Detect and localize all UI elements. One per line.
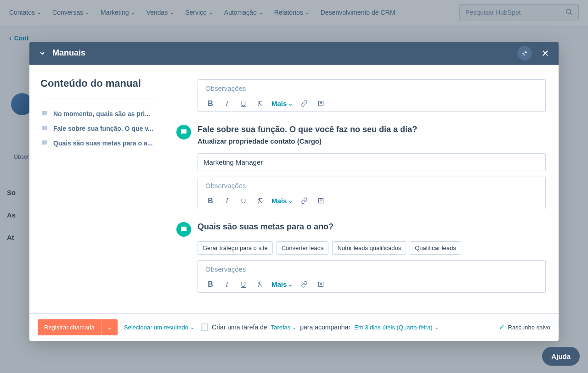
rich-text-toolbar: B I U Mais	[198, 278, 545, 292]
snippet-button[interactable]	[316, 100, 326, 107]
underline-button[interactable]: U	[238, 100, 249, 107]
link-button[interactable]	[299, 100, 309, 107]
question-subtitle: Atualizar propriedade contato (Cargo)	[198, 137, 546, 145]
snippet-button[interactable]	[316, 281, 326, 288]
more-button[interactable]: Mais	[271, 100, 293, 107]
observations-field-2[interactable]: Observações B I U Mais	[198, 177, 546, 209]
question-icon	[176, 125, 191, 139]
snippet-button[interactable]	[316, 197, 326, 204]
bold-button[interactable]: B	[205, 197, 215, 205]
toc-item-3[interactable]: Quais são suas metas para o a...	[40, 136, 156, 150]
question-block-3: Quais são suas metas para o ano? Gerar t…	[176, 222, 546, 293]
draft-saved-status: ✓ Rascunho salvo	[498, 322, 551, 332]
register-dropdown[interactable]: ⌄	[101, 319, 118, 335]
divider	[40, 99, 156, 99]
clear-format-button[interactable]	[255, 197, 265, 205]
modal-footer: Registrar chamada ⌄ Selecionar um result…	[29, 313, 559, 341]
italic-button[interactable]: I	[222, 280, 232, 289]
italic-button[interactable]: I	[222, 100, 232, 108]
playbook-modal: Manuais Conteúdo do manual No momento, q…	[29, 42, 559, 341]
toc-label: Fale sobre sua função. O que v...	[53, 125, 153, 132]
goal-tag-3[interactable]: Nutrir leads qualificados	[332, 241, 406, 255]
clear-format-button[interactable]	[255, 100, 265, 107]
task-label-2: para acompanhar	[300, 323, 351, 331]
modal-title: Manuais	[52, 48, 85, 58]
task-type-dropdown[interactable]: Tarefas	[271, 324, 297, 331]
rich-text-toolbar: B I U Mais	[198, 97, 545, 111]
obs-placeholder: Observações	[198, 177, 545, 194]
due-date-dropdown[interactable]: Em 3 dias úteis (Quarta-feira)	[354, 324, 439, 331]
goal-tag-1[interactable]: Gerar tráfego para o site	[198, 241, 273, 255]
modal-sidebar: Conteúdo do manual No momento, quais são…	[29, 65, 167, 313]
modal-main: Observações B I U Mais	[167, 65, 559, 313]
toc-item-2[interactable]: Fale sobre sua função. O que v...	[40, 121, 156, 136]
close-icon[interactable]	[541, 49, 549, 57]
collapse-icon[interactable]	[517, 46, 532, 61]
bold-button[interactable]: B	[205, 280, 215, 289]
help-button[interactable]: Ajuda	[542, 347, 580, 366]
toc-label: Quais são suas metas para o a...	[53, 139, 153, 147]
observations-field-3[interactable]: Observações B I U Mais	[198, 260, 546, 293]
cargo-input[interactable]	[198, 153, 546, 171]
chat-icon	[40, 110, 49, 118]
observations-field-1[interactable]: Observações B I U Mais	[198, 79, 546, 112]
question-block-2: Fale sobre sua função. O que você faz no…	[176, 125, 546, 209]
obs-placeholder: Observações	[198, 80, 545, 97]
question-title: Fale sobre sua função. O que você faz no…	[198, 125, 546, 134]
goal-tag-4[interactable]: Qualificar leads	[410, 241, 461, 255]
register-label: Registrar chamada	[38, 319, 101, 335]
toc-item-1[interactable]: No momento, quais são as pri...	[40, 106, 156, 121]
question-title: Quais são suas metas para o ano?	[198, 222, 546, 232]
obs-placeholder: Observações	[198, 261, 545, 278]
underline-button[interactable]: U	[238, 197, 249, 205]
more-button[interactable]: Mais	[271, 280, 293, 288]
modal-header: Manuais	[29, 42, 559, 65]
select-result-dropdown[interactable]: Selecionar um resultado	[124, 324, 194, 331]
question-icon	[176, 222, 191, 237]
more-button[interactable]: Mais	[271, 197, 293, 205]
sidebar-title: Conteúdo do manual	[40, 78, 156, 89]
register-call-button[interactable]: Registrar chamada ⌄	[38, 319, 118, 335]
link-button[interactable]	[299, 281, 309, 288]
toc-label: No momento, quais são as pri...	[53, 110, 150, 117]
task-label-1: Criar uma tarefa de	[212, 323, 267, 331]
underline-button[interactable]: U	[238, 280, 249, 288]
link-button[interactable]	[299, 197, 309, 204]
goal-tag-2[interactable]: Converter leads	[277, 241, 329, 255]
chevron-down-icon[interactable]	[39, 50, 46, 57]
modal-backdrop: Manuais Conteúdo do manual No momento, q…	[0, 0, 588, 373]
bold-button[interactable]: B	[205, 100, 215, 108]
rich-text-toolbar: B I U Mais	[198, 194, 545, 209]
italic-button[interactable]: I	[222, 197, 232, 205]
clear-format-button[interactable]	[255, 281, 265, 288]
chat-icon	[40, 139, 49, 147]
chat-icon	[40, 124, 49, 133]
create-task-checkbox[interactable]	[201, 323, 208, 331]
check-icon: ✓	[498, 322, 505, 332]
